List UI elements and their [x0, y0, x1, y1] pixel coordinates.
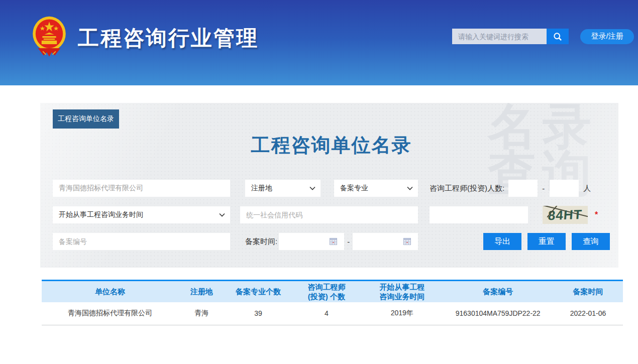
- site-title: 工程咨询行业管理: [78, 24, 259, 52]
- calendar-icon: [330, 238, 337, 245]
- engineer-count-label: 咨询工程师(投资)人数:: [430, 184, 504, 193]
- col-start-time: 开始从事工程 咨询业务时间: [361, 281, 443, 302]
- record-time-end-input[interactable]: [353, 233, 418, 250]
- engineer-count-min-input[interactable]: [508, 180, 538, 197]
- record-number-input[interactable]: [53, 233, 230, 250]
- header-search: [452, 29, 569, 44]
- captcha-text: 84HT: [548, 206, 583, 223]
- header-actions: 登录/注册: [452, 29, 634, 44]
- registration-place-select[interactable]: 注册地: [245, 180, 321, 197]
- chevron-down-icon: [219, 213, 225, 217]
- col-registration-place: 注册地: [178, 281, 225, 302]
- col-record-time: 备案时间: [553, 281, 623, 302]
- start-business-time-select[interactable]: 开始从事工程咨询业务时间: [53, 206, 230, 223]
- panel-title: 工程咨询单位名录: [53, 133, 610, 158]
- chevron-down-icon: [309, 186, 315, 190]
- search-button[interactable]: [547, 29, 569, 44]
- login-register-button[interactable]: 登录/注册: [580, 29, 634, 44]
- search-input[interactable]: [452, 29, 547, 44]
- company-name-input[interactable]: [53, 180, 230, 197]
- search-icon: [553, 32, 563, 42]
- col-specialty-count: 备案专业个数: [225, 281, 291, 302]
- captcha-input[interactable]: [430, 206, 528, 223]
- table-row: 青海国德招标代理有限公司 青海 39 4 2019年 91630104MA759…: [42, 302, 623, 325]
- col-record-number: 备案编号: [443, 281, 553, 302]
- record-specialty-select[interactable]: 备案专业: [334, 180, 418, 197]
- record-time-start-input[interactable]: [279, 233, 344, 250]
- cell-unit-name: 青海国德招标代理有限公司: [42, 302, 178, 325]
- form-row-1: 注册地 备案专业 咨询工程师(投资)人数: - 人: [53, 180, 610, 197]
- tab-unit-directory[interactable]: 工程咨询单位名录: [53, 109, 119, 129]
- cell-start-time: 2019年: [361, 302, 443, 325]
- col-engineer-count: 咨询工程师 (投资) 个数: [291, 281, 361, 302]
- range-separator: -: [542, 184, 545, 193]
- form-row-2: 开始从事工程咨询业务时间 84HT *: [53, 206, 610, 224]
- person-unit-label: 人: [583, 184, 591, 193]
- reset-button[interactable]: 重置: [527, 233, 566, 250]
- record-time-label: 备案时间:: [245, 237, 277, 247]
- export-button[interactable]: 导出: [483, 233, 521, 250]
- registration-place-value: 注册地: [251, 184, 272, 193]
- record-specialty-value: 备案专业: [340, 184, 368, 193]
- start-business-time-value: 开始从事工程咨询业务时间: [59, 210, 143, 219]
- national-emblem-logo: [29, 15, 69, 57]
- captcha-image[interactable]: 84HT: [543, 206, 588, 224]
- results-table-header: 单位名称 注册地 备案专业个数 咨询工程师 (投资) 个数 开始从事工程 咨询业…: [42, 281, 623, 302]
- col-unit-name: 单位名称: [42, 281, 178, 302]
- cell-specialty-count: 39: [225, 302, 291, 325]
- form-row-3: 备案时间: - 导出 重置 查询: [53, 233, 610, 250]
- engineer-count-max-input[interactable]: [550, 180, 579, 197]
- range-separator: -: [347, 237, 350, 246]
- credit-code-input[interactable]: [240, 206, 418, 223]
- cell-registration-place: 青海: [178, 302, 225, 325]
- chevron-down-icon: [407, 186, 413, 190]
- results-table: 单位名称 注册地 备案专业个数 咨询工程师 (投资) 个数 开始从事工程 咨询业…: [42, 280, 623, 325]
- site-header: 工程咨询行业管理 登录/注册: [0, 0, 638, 85]
- form-actions: 导出 重置 查询: [477, 233, 610, 250]
- required-asterisk: *: [595, 210, 598, 219]
- query-button[interactable]: 查询: [572, 233, 610, 250]
- cell-engineer-count: 4: [291, 302, 361, 325]
- cell-record-number: 91630104MA759JDP22-22: [443, 302, 553, 325]
- directory-search-panel: 名录 查询 工程咨询单位名录 工程咨询单位名录 注册地 备案专业 咨询工程师(投…: [40, 103, 618, 268]
- cell-record-time: 2022-01-06: [553, 302, 623, 325]
- calendar-icon: [403, 238, 411, 245]
